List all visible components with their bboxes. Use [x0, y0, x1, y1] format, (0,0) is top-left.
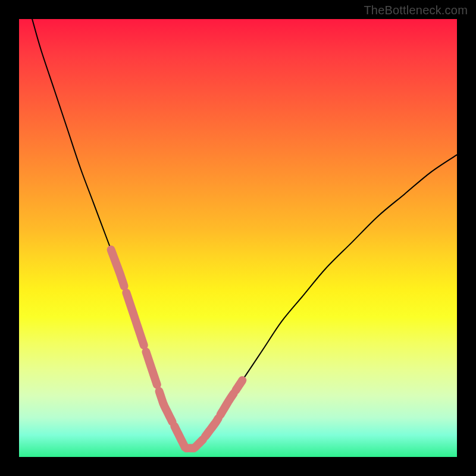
curve-layer: [19, 19, 457, 457]
highlight-segment: [236, 380, 242, 390]
highlight-segment: [146, 352, 156, 384]
highlight-segment: [190, 440, 203, 449]
highlight-segment: [126, 293, 143, 345]
chart-frame: TheBottleneck.com: [0, 0, 476, 476]
plot-area: [19, 19, 457, 457]
highlight-segment: [111, 250, 124, 286]
highlight-segment: [159, 392, 173, 422]
highlight-segment: [174, 426, 187, 448]
watermark-text: TheBottleneck.com: [364, 4, 468, 17]
highlight-segment: [205, 418, 218, 437]
bottleneck-curve: [32, 19, 457, 449]
highlight-segments: [111, 250, 243, 449]
highlight-segment: [221, 393, 234, 415]
